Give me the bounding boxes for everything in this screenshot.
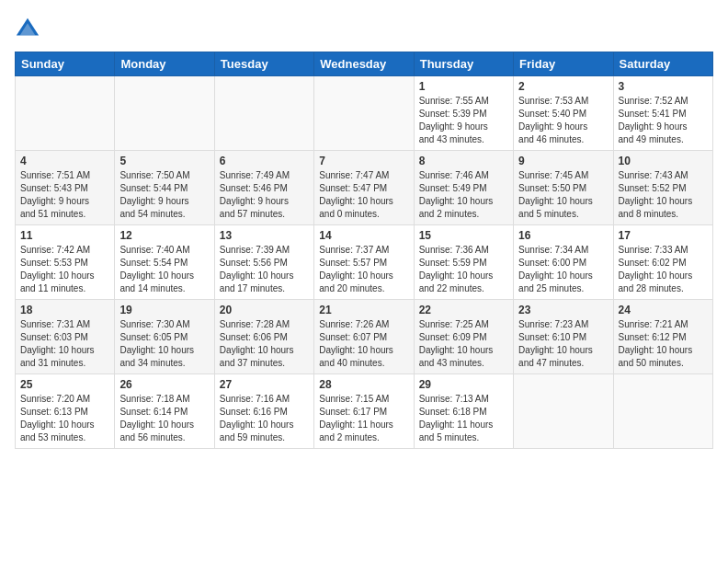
day-info: Sunrise: 7:46 AM Sunset: 5:49 PM Dayligh… <box>419 169 508 221</box>
day-number: 5 <box>119 155 209 167</box>
page-header <box>15 15 713 40</box>
day-number: 9 <box>518 155 608 167</box>
calendar-cell: 18Sunrise: 7:31 AM Sunset: 6:03 PM Dayli… <box>16 300 115 374</box>
day-number: 21 <box>319 304 408 316</box>
logo-icon <box>15 15 40 40</box>
day-number: 22 <box>419 304 508 316</box>
day-number: 25 <box>20 378 109 391</box>
day-number: 26 <box>119 378 209 391</box>
day-info: Sunrise: 7:40 AM Sunset: 5:54 PM Dayligh… <box>119 244 209 295</box>
calendar-cell: 14Sunrise: 7:37 AM Sunset: 5:57 PM Dayli… <box>314 225 414 300</box>
calendar-cell <box>314 76 414 151</box>
week-row-5: 25Sunrise: 7:20 AM Sunset: 6:13 PM Dayli… <box>16 374 713 449</box>
day-number: 11 <box>20 229 109 242</box>
day-info: Sunrise: 7:39 AM Sunset: 5:56 PM Dayligh… <box>220 244 309 295</box>
header-cell-monday: Monday <box>115 52 214 76</box>
calendar-cell: 16Sunrise: 7:34 AM Sunset: 6:00 PM Dayli… <box>514 225 613 300</box>
calendar-cell: 7Sunrise: 7:47 AM Sunset: 5:47 PM Daylig… <box>314 151 414 225</box>
calendar-body: 1Sunrise: 7:55 AM Sunset: 5:39 PM Daylig… <box>16 76 713 449</box>
day-number: 10 <box>619 155 708 167</box>
day-number: 7 <box>319 155 408 167</box>
day-info: Sunrise: 7:33 AM Sunset: 6:02 PM Dayligh… <box>619 244 708 295</box>
day-number: 23 <box>518 304 608 316</box>
calendar-cell: 23Sunrise: 7:23 AM Sunset: 6:10 PM Dayli… <box>514 300 613 374</box>
day-number: 13 <box>220 229 309 242</box>
day-number: 16 <box>518 229 608 242</box>
day-number: 6 <box>220 155 309 167</box>
header-cell-thursday: Thursday <box>414 52 513 76</box>
day-info: Sunrise: 7:30 AM Sunset: 6:05 PM Dayligh… <box>119 318 209 370</box>
calendar-cell: 25Sunrise: 7:20 AM Sunset: 6:13 PM Dayli… <box>16 374 115 449</box>
calendar-header: SundayMondayTuesdayWednesdayThursdayFrid… <box>16 52 713 76</box>
day-number: 18 <box>20 304 109 316</box>
calendar-cell: 9Sunrise: 7:45 AM Sunset: 5:50 PM Daylig… <box>514 151 613 225</box>
day-info: Sunrise: 7:45 AM Sunset: 5:50 PM Dayligh… <box>518 169 608 221</box>
calendar-cell: 5Sunrise: 7:50 AM Sunset: 5:44 PM Daylig… <box>115 151 214 225</box>
calendar-cell: 4Sunrise: 7:51 AM Sunset: 5:43 PM Daylig… <box>16 151 115 225</box>
day-number: 4 <box>20 155 109 167</box>
header-row: SundayMondayTuesdayWednesdayThursdayFrid… <box>16 52 713 76</box>
calendar-cell: 1Sunrise: 7:55 AM Sunset: 5:39 PM Daylig… <box>414 76 513 151</box>
day-info: Sunrise: 7:26 AM Sunset: 6:07 PM Dayligh… <box>319 318 408 370</box>
day-number: 8 <box>419 155 508 167</box>
day-number: 19 <box>119 304 209 316</box>
day-info: Sunrise: 7:13 AM Sunset: 6:18 PM Dayligh… <box>419 393 508 444</box>
day-number: 28 <box>319 378 408 391</box>
day-number: 24 <box>619 304 708 316</box>
day-info: Sunrise: 7:28 AM Sunset: 6:06 PM Dayligh… <box>220 318 309 370</box>
day-info: Sunrise: 7:34 AM Sunset: 6:00 PM Dayligh… <box>518 244 608 295</box>
calendar-cell: 20Sunrise: 7:28 AM Sunset: 6:06 PM Dayli… <box>214 300 313 374</box>
calendar-cell: 22Sunrise: 7:25 AM Sunset: 6:09 PM Dayli… <box>414 300 513 374</box>
day-info: Sunrise: 7:31 AM Sunset: 6:03 PM Dayligh… <box>20 318 109 370</box>
day-number: 29 <box>419 378 508 391</box>
calendar-cell: 17Sunrise: 7:33 AM Sunset: 6:02 PM Dayli… <box>613 225 712 300</box>
day-info: Sunrise: 7:21 AM Sunset: 6:12 PM Dayligh… <box>619 318 708 370</box>
calendar-cell: 19Sunrise: 7:30 AM Sunset: 6:05 PM Dayli… <box>115 300 214 374</box>
calendar-cell: 28Sunrise: 7:15 AM Sunset: 6:17 PM Dayli… <box>314 374 414 449</box>
calendar-cell: 12Sunrise: 7:40 AM Sunset: 5:54 PM Dayli… <box>115 225 214 300</box>
header-cell-wednesday: Wednesday <box>314 52 414 76</box>
day-info: Sunrise: 7:36 AM Sunset: 5:59 PM Dayligh… <box>419 244 508 295</box>
header-cell-friday: Friday <box>514 52 613 76</box>
logo <box>15 15 44 40</box>
day-info: Sunrise: 7:15 AM Sunset: 6:17 PM Dayligh… <box>319 393 408 444</box>
day-info: Sunrise: 7:47 AM Sunset: 5:47 PM Dayligh… <box>319 169 408 221</box>
week-row-4: 18Sunrise: 7:31 AM Sunset: 6:03 PM Dayli… <box>16 300 713 374</box>
day-info: Sunrise: 7:42 AM Sunset: 5:53 PM Dayligh… <box>20 244 109 295</box>
day-number: 1 <box>419 80 508 93</box>
calendar-cell: 15Sunrise: 7:36 AM Sunset: 5:59 PM Dayli… <box>414 225 513 300</box>
calendar-cell: 21Sunrise: 7:26 AM Sunset: 6:07 PM Dayli… <box>314 300 414 374</box>
day-info: Sunrise: 7:43 AM Sunset: 5:52 PM Dayligh… <box>619 169 708 221</box>
calendar-cell: 29Sunrise: 7:13 AM Sunset: 6:18 PM Dayli… <box>414 374 513 449</box>
calendar-cell: 2Sunrise: 7:53 AM Sunset: 5:40 PM Daylig… <box>514 76 613 151</box>
day-info: Sunrise: 7:49 AM Sunset: 5:46 PM Dayligh… <box>220 169 309 221</box>
header-cell-tuesday: Tuesday <box>214 52 313 76</box>
calendar-cell: 24Sunrise: 7:21 AM Sunset: 6:12 PM Dayli… <box>613 300 712 374</box>
calendar-cell: 6Sunrise: 7:49 AM Sunset: 5:46 PM Daylig… <box>214 151 313 225</box>
calendar-cell <box>16 76 115 151</box>
calendar-cell <box>115 76 214 151</box>
day-info: Sunrise: 7:52 AM Sunset: 5:41 PM Dayligh… <box>619 95 708 146</box>
calendar-cell: 10Sunrise: 7:43 AM Sunset: 5:52 PM Dayli… <box>613 151 712 225</box>
day-info: Sunrise: 7:20 AM Sunset: 6:13 PM Dayligh… <box>20 393 109 444</box>
calendar-cell: 26Sunrise: 7:18 AM Sunset: 6:14 PM Dayli… <box>115 374 214 449</box>
day-info: Sunrise: 7:25 AM Sunset: 6:09 PM Dayligh… <box>419 318 508 370</box>
header-cell-sunday: Sunday <box>16 52 115 76</box>
day-number: 3 <box>619 80 708 93</box>
day-number: 2 <box>518 80 608 93</box>
header-cell-saturday: Saturday <box>613 52 712 76</box>
calendar-cell <box>214 76 313 151</box>
calendar-cell: 3Sunrise: 7:52 AM Sunset: 5:41 PM Daylig… <box>613 76 712 151</box>
calendar-cell: 11Sunrise: 7:42 AM Sunset: 5:53 PM Dayli… <box>16 225 115 300</box>
calendar-cell: 13Sunrise: 7:39 AM Sunset: 5:56 PM Dayli… <box>214 225 313 300</box>
calendar-cell: 8Sunrise: 7:46 AM Sunset: 5:49 PM Daylig… <box>414 151 513 225</box>
calendar-cell <box>613 374 712 449</box>
day-info: Sunrise: 7:18 AM Sunset: 6:14 PM Dayligh… <box>119 393 209 444</box>
day-number: 17 <box>619 229 708 242</box>
day-info: Sunrise: 7:53 AM Sunset: 5:40 PM Dayligh… <box>518 95 608 146</box>
calendar-cell: 27Sunrise: 7:16 AM Sunset: 6:16 PM Dayli… <box>214 374 313 449</box>
day-info: Sunrise: 7:55 AM Sunset: 5:39 PM Dayligh… <box>419 95 508 146</box>
day-info: Sunrise: 7:23 AM Sunset: 6:10 PM Dayligh… <box>518 318 608 370</box>
calendar-cell <box>514 374 613 449</box>
week-row-3: 11Sunrise: 7:42 AM Sunset: 5:53 PM Dayli… <box>16 225 713 300</box>
